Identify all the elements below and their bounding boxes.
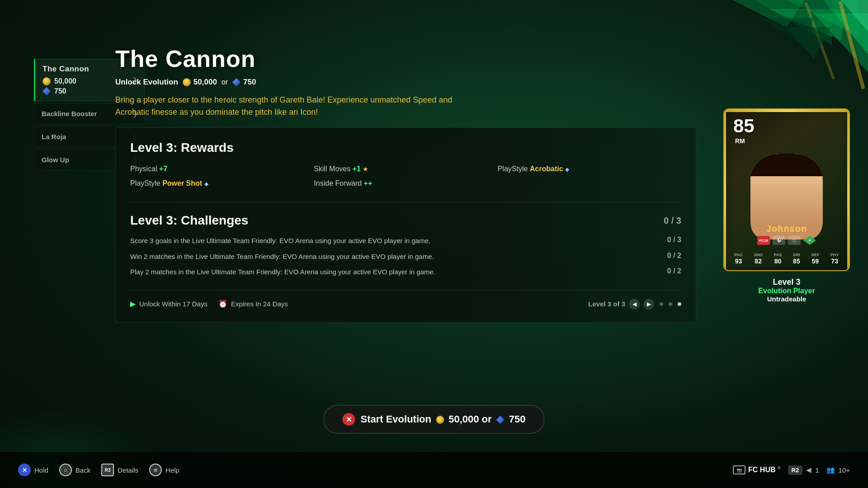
- footer-right: Level 3 of 3 ◀ ▶: [588, 299, 681, 310]
- unlock-coin-icon: [183, 78, 191, 86]
- points-icon: [42, 87, 51, 95]
- bottom-right: 📷 FC HUB ® R2 ◀ 1 👥 10+: [733, 465, 850, 475]
- panel-footer: ▶ Unlock Within 17 Days ⏰ Expires In 24 …: [130, 290, 681, 310]
- reward-physical-label: Physical: [130, 165, 159, 173]
- card-badge-league: ⚽: [773, 236, 785, 245]
- footer-left: ▶ Unlock Within 17 Days ⏰ Expires In 24 …: [130, 300, 288, 308]
- play-icon: ▶: [130, 300, 136, 308]
- r2-badge: R2: [788, 465, 803, 475]
- card-spine-left: [724, 109, 726, 270]
- start-coins: 50,000: [448, 413, 479, 425]
- challenge-1-progress: 0 / 3: [667, 236, 681, 244]
- control-hold: ✕ Hold: [18, 464, 48, 476]
- control-details: R3 Details: [101, 464, 138, 476]
- stat-pac-label: PAC: [734, 253, 742, 257]
- clock-icon: ⏰: [218, 300, 227, 308]
- reward-insideforward-label: Inside Forward: [314, 179, 363, 187]
- stat-def: DEF 59: [811, 253, 819, 265]
- reward-skillmoves: Skill Moves +1 ★: [314, 165, 497, 173]
- challenge-2-text: Win 2 matches in the Live Ultimate Team …: [130, 252, 537, 262]
- main-content: The Cannon Unlock Evolution 50,000 or 75…: [115, 45, 696, 323]
- player-hair: [750, 154, 823, 176]
- stat-sho-label: SHO: [754, 253, 763, 257]
- unlock-points-value: 750: [243, 78, 256, 87]
- bottom-bar: ✕ Hold ○ Back R3 Details ≡ Help 📷 FC HUB…: [0, 452, 868, 488]
- points-cost-value: 750: [54, 87, 66, 95]
- challenge-1-text: Score 3 goals in the Live Ultimate Team …: [130, 236, 537, 246]
- back-label: Back: [75, 466, 90, 474]
- start-or: or: [482, 413, 495, 425]
- card-badges: FC25 ⚽ ⬡ ✦: [724, 236, 849, 245]
- start-coin-icon: [436, 416, 444, 424]
- challenge-row-3: Play 2 matches in the Live Ultimate Team…: [130, 267, 681, 277]
- level-prev-btn[interactable]: ◀: [629, 299, 640, 310]
- card-stats: PAC 93 SHO 82 PAS 80 DRI 85 DEF 59 PHY 7…: [724, 253, 849, 265]
- challenges-total: 0 / 3: [664, 216, 681, 226]
- circle-button[interactable]: ○: [59, 464, 72, 476]
- stat-pas: PAS 80: [774, 253, 782, 265]
- level-text: Level 3 of 3: [588, 300, 625, 308]
- sidebar-item-glowup-label: Glow Up: [42, 156, 69, 164]
- card-evolution-text: Evolution Player: [758, 287, 815, 295]
- fc-hub-label: FC HUB ®: [748, 466, 781, 474]
- stat-sho-value: 82: [755, 258, 762, 265]
- player-name: Johnson: [724, 224, 849, 234]
- challenge-3-text: Play 2 matches in the Live Ultimate Team…: [130, 267, 537, 277]
- card-rating: 85: [733, 117, 755, 136]
- card-level-info: Level 3 Evolution Player Untradeable: [758, 277, 815, 303]
- unlock-row: Unlock Evolution 50,000 or 750: [115, 78, 696, 87]
- card-level-text: Level 3: [758, 277, 815, 287]
- unlock-coin-cost: 50,000: [183, 78, 217, 87]
- rewards-divider: [130, 202, 681, 202]
- reward-acrobatic-value: Acrobatic: [530, 165, 563, 173]
- menu-button[interactable]: ≡: [149, 464, 162, 476]
- stat-pac-value: 93: [735, 258, 742, 265]
- expires-days-item: ⏰ Expires In 24 Days: [218, 300, 288, 308]
- x-button[interactable]: ✕: [18, 464, 31, 476]
- fchub-badge: 📷 FC HUB ®: [733, 465, 781, 474]
- reward-skillmoves-value: +1: [353, 165, 361, 173]
- card-badge-special: FC25: [757, 236, 770, 245]
- unlock-days-text: Unlock Within 17 Days: [139, 300, 208, 308]
- evo-description: Bring a player closer to the heroic stre…: [115, 94, 454, 118]
- stat-pas-label: PAS: [774, 253, 782, 257]
- sidebar-item-laroja-label: La Roja: [42, 133, 66, 141]
- challenges-title: Level 3: Challenges: [130, 213, 248, 228]
- stat-dri-label: DRI: [793, 253, 800, 257]
- reward-insideforward: Inside Forward ++: [314, 179, 497, 188]
- control-help: ≡ Help: [149, 464, 179, 476]
- coin-icon: [42, 77, 51, 85]
- stat-pas-value: 80: [774, 258, 782, 265]
- start-points: 750: [509, 413, 526, 425]
- fc-text: FC HUB: [748, 466, 775, 474]
- evo-panel: Level 3: Rewards Physical +7 Skill Moves…: [115, 127, 696, 323]
- help-label: Help: [165, 466, 179, 474]
- users-icon: 👥: [826, 466, 835, 474]
- start-points-icon: [496, 416, 505, 424]
- reward-physical: Physical +7: [130, 165, 314, 173]
- start-evolution-button[interactable]: ✕ Start Evolution 50,000 or 750: [323, 405, 544, 434]
- stat-def-value: 59: [812, 258, 819, 265]
- stat-dri-value: 85: [793, 258, 800, 265]
- stat-phy-label: PHY: [830, 253, 839, 257]
- nav-num: 1: [815, 466, 819, 474]
- reward-insideforward-value: ++: [364, 179, 373, 187]
- stat-sho: SHO 82: [754, 253, 763, 265]
- star-icon: ★: [363, 165, 368, 173]
- reward-playstyle-powershot: PlayStyle Power Shot ◆: [130, 179, 314, 188]
- r3-button[interactable]: R3: [101, 464, 114, 476]
- challenge-3-progress: 0 / 2: [667, 267, 681, 275]
- start-evolution-label: Start Evolution 50,000 or 750: [360, 413, 525, 425]
- stat-phy-value: 73: [831, 258, 839, 265]
- diamond-icon-2: ◆: [204, 181, 208, 187]
- card-position: RM: [735, 137, 745, 145]
- card-badge-club: ⬡: [788, 236, 801, 245]
- camera-icon: 📷: [733, 465, 745, 474]
- reward-playstyle-label: PlayStyle: [498, 165, 530, 173]
- card-spine-right: [847, 109, 849, 270]
- expires-days-text: Expires In 24 Days: [231, 300, 288, 308]
- reward-powershot-value: Power Shot: [162, 179, 202, 187]
- rewards-grid: Physical +7 Skill Moves +1 ★ PlayStyle A…: [130, 165, 681, 188]
- start-evo-text: Start Evolution: [360, 413, 431, 425]
- level-next-btn[interactable]: ▶: [643, 299, 654, 310]
